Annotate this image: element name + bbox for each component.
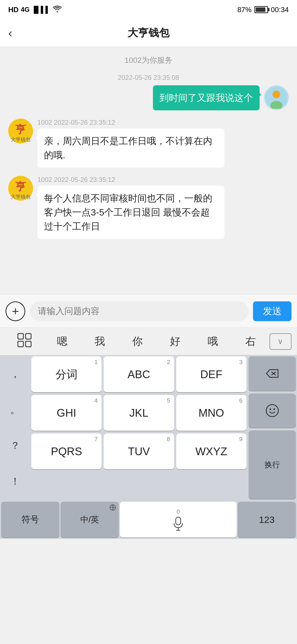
quick-word-1[interactable]: 嗯: [43, 334, 81, 348]
quick-word-6[interactable]: 右: [232, 334, 270, 348]
key-question[interactable]: ？: [0, 428, 30, 463]
app-header: ‹ 大亨钱包: [0, 19, 297, 47]
quick-grid-icon[interactable]: [6, 333, 43, 350]
bot-msg-content-1: 1002 2022-05-26 23:35:12 亲，周六周日不是工作日哦，不计…: [37, 119, 224, 168]
message-input[interactable]: [30, 301, 249, 321]
svg-text:亨: 亨: [15, 123, 26, 135]
user-message-row: 到时间了又跟我说这个: [8, 85, 289, 110]
key-period[interactable]: 。: [0, 392, 30, 428]
collapse-keyboard-button[interactable]: ∨: [270, 333, 292, 350]
svg-rect-18: [176, 517, 181, 525]
quick-word-3[interactable]: 你: [119, 334, 156, 348]
timestamp-1: 2022-05-26 23:35:08: [8, 74, 289, 81]
status-bar: HD 4G ▐▌▌▌ 87% 00:34: [0, 0, 297, 19]
bot-avatar: 亨 大亨钱包: [8, 119, 33, 143]
signal-icon: 4G ▐▌▌▌: [21, 6, 50, 13]
key-exclaim[interactable]: ！: [0, 463, 30, 499]
key-zero-mic[interactable]: 0: [120, 502, 237, 537]
keyboard-main-section: ， 。 ？ ！ 1 分词 2 ABC 3 DEF: [0, 355, 297, 500]
key-comma[interactable]: ，: [0, 356, 30, 392]
user-msg-content: 到时间了又跟我说这个: [153, 85, 260, 110]
key-zero-label: 0: [177, 508, 180, 515]
user-avatar: [264, 85, 289, 110]
back-button[interactable]: ‹: [8, 26, 12, 40]
chat-area: 1002为你服务 2022-05-26 23:35:08 到时间了又跟我说这个: [0, 47, 297, 253]
battery-icon: [254, 6, 268, 13]
status-right: 87% 00:34: [237, 6, 289, 14]
svg-rect-7: [18, 334, 23, 339]
send-button[interactable]: 发送: [253, 301, 292, 321]
quick-words-row: 嗯 我 你 好 哦 右 ∨: [0, 328, 297, 355]
svg-text:亨: 亨: [15, 181, 26, 192]
key-ghi[interactable]: 4 GHI: [31, 395, 101, 431]
input-area: + 发送: [0, 294, 297, 328]
bot-avatar-2: 亨 大亨钱包: [8, 176, 33, 201]
wifi-icon: [52, 5, 62, 15]
bot-meta-1: 1002 2022-05-26 23:35:12: [37, 119, 224, 126]
status-left: HD 4G ▐▌▌▌: [8, 5, 62, 15]
key-abc[interactable]: 2 ABC: [104, 356, 174, 392]
key-symbol[interactable]: 符号: [1, 502, 59, 537]
svg-rect-8: [26, 334, 31, 339]
key-jkl[interactable]: 5 JKL: [104, 395, 174, 431]
svg-rect-10: [26, 341, 31, 347]
time-display: 00:34: [271, 6, 289, 14]
key-pqrs[interactable]: 7 PQRS: [31, 433, 101, 469]
keyboard: ， 。 ？ ！ 1 分词 2 ABC 3 DEF: [0, 355, 297, 539]
key-wxyz[interactable]: 9 WXYZ: [176, 433, 246, 469]
battery-percent: 87%: [237, 6, 252, 14]
keyboard-main-grid: 1 分词 2 ABC 3 DEF 4 GHI 5: [30, 355, 248, 500]
key-def[interactable]: 3 DEF: [176, 356, 246, 392]
quick-word-2[interactable]: 我: [81, 334, 119, 348]
kb-row-2: 4 GHI 5 JKL 6 MNO: [30, 394, 248, 432]
svg-point-1: [273, 91, 280, 98]
hd-label: HD: [8, 6, 19, 14]
svg-point-13: [266, 405, 278, 417]
keyboard-right-col: 换行: [248, 355, 297, 500]
header-title: 大亨钱包: [128, 26, 169, 40]
key-fenCI[interactable]: 1 分词: [31, 356, 101, 392]
bot-message-row-2: 亨 大亨钱包 1002 2022-05-26 23:35:12 每个人信息不同审…: [8, 176, 289, 239]
key-123[interactable]: 123: [238, 502, 296, 537]
chat-container: 1002为你服务 2022-05-26 23:35:08 到时间了又跟我说这个: [0, 47, 297, 294]
keyboard-left-col: ， 。 ？ ！: [0, 355, 30, 500]
add-button[interactable]: +: [6, 301, 25, 321]
bot-bubble-1: 亲，周六周日不是工作日哦，不计算在内的哦.: [37, 129, 224, 168]
key-mno[interactable]: 6 MNO: [176, 395, 246, 431]
kb-row-1: 1 分词 2 ABC 3 DEF: [30, 355, 248, 394]
kb-row-3: 7 PQRS 8 TUV 9 WXYZ: [30, 432, 248, 471]
user-bubble: 到时间了又跟我说这个: [153, 85, 260, 110]
quick-word-5[interactable]: 哦: [194, 334, 232, 348]
bot-meta-2: 1002 2022-05-26 23:35:12: [37, 176, 224, 184]
key-lang[interactable]: 中/英: [61, 502, 119, 537]
bot-name-label-2: 大亨钱包: [11, 193, 31, 200]
bot-msg-content-2: 1002 2022-05-26 23:35:12 每个人信息不同审核时间也不同，…: [37, 176, 224, 239]
bot-bubble-2: 每个人信息不同审核时间也不同，一般的客户快一点3-5个工作日退回 最慢不会超过十…: [37, 186, 224, 239]
svg-rect-9: [18, 341, 23, 347]
key-newline[interactable]: 换行: [249, 430, 296, 499]
key-emoji[interactable]: [249, 394, 296, 428]
bot-message-row-1: 亨 大亨钱包 1002 2022-05-26 23:35:12 亲，周六周日不是…: [8, 119, 289, 168]
key-backspace[interactable]: [249, 356, 296, 391]
quick-word-4[interactable]: 好: [156, 334, 194, 348]
key-tuv[interactable]: 8 TUV: [104, 433, 174, 469]
svg-point-14: [270, 408, 271, 410]
bot-name-label: 大亨钱包: [11, 136, 31, 143]
service-label: 1002为你服务: [8, 55, 289, 66]
svg-point-15: [273, 408, 275, 410]
keyboard-bottom-row: 符号 中/英 0 123: [0, 500, 297, 539]
